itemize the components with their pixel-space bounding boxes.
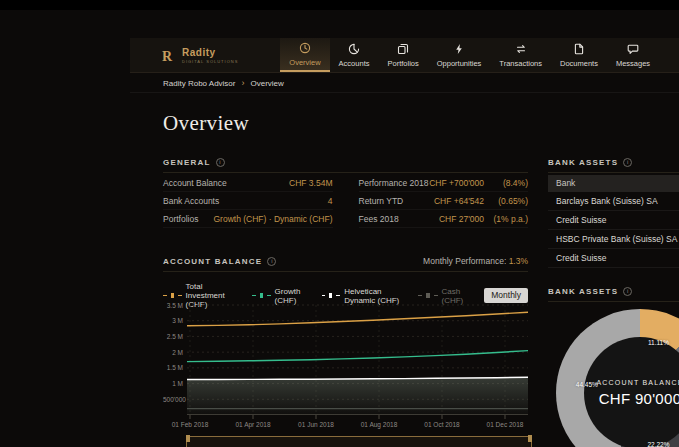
row-value: 4 bbox=[328, 196, 333, 206]
chevron-right-icon: › bbox=[241, 78, 244, 88]
y-axis-tick-label: 2.5 M bbox=[163, 333, 183, 340]
bank-row[interactable]: Credit Suisse bbox=[548, 211, 679, 230]
row-percentage: (0.65%) bbox=[484, 196, 528, 206]
tab-label: Transactions bbox=[499, 59, 542, 68]
tab-label: Overview bbox=[289, 58, 320, 67]
info-icon[interactable]: i bbox=[216, 158, 225, 167]
tab-documents[interactable]: Documents bbox=[551, 38, 607, 72]
donut-center-label: ACCOUNT BALANCE bbox=[596, 379, 679, 386]
x-axis-tick-label: 01 Dec 2018 bbox=[487, 421, 524, 428]
bank-column-header: Bank bbox=[548, 175, 679, 192]
chat-bubble-icon bbox=[627, 43, 639, 55]
breadcrumb-parent[interactable]: Radity Robo Advisor bbox=[163, 79, 235, 88]
legend-line bbox=[418, 295, 422, 296]
legend-marker bbox=[260, 293, 263, 298]
legend-line bbox=[267, 295, 271, 296]
logo-name: Radity bbox=[182, 47, 238, 58]
line-chart-plot[interactable] bbox=[187, 300, 528, 422]
row-value: CHF 27'000 bbox=[439, 214, 484, 224]
general-panel: GENERAL i Account Balance CHF 3.54M Bank… bbox=[163, 158, 528, 228]
x-axis-tick-label: 01 Feb 2018 bbox=[172, 421, 209, 428]
svg-text:R: R bbox=[162, 49, 173, 64]
general-row: Portfolios Growth (CHF) · Dynamic (CHF) bbox=[163, 210, 333, 228]
tab-label: Portfolios bbox=[387, 59, 418, 68]
y-axis-tick-label: 2 M bbox=[163, 349, 183, 356]
tab-opportunities[interactable]: Opportunities bbox=[428, 38, 491, 72]
info-icon[interactable]: i bbox=[623, 287, 632, 296]
row-value: CHF +64'542 bbox=[434, 196, 484, 206]
general-row: Return YTD CHF +64'542 (0.65%) bbox=[359, 192, 529, 210]
bank-row[interactable]: Credit Suisse bbox=[548, 249, 679, 268]
divider bbox=[548, 301, 679, 302]
bank-assets-chart-panel: BANK ASSETS i bbox=[548, 287, 679, 302]
pie-slice-label: 11.11% bbox=[648, 339, 669, 346]
monthly-performance-value: 1.3% bbox=[509, 256, 528, 266]
top-navbar: R Radity DIGITAL SOLUTIONS Overview Acco… bbox=[130, 38, 679, 73]
account-balance-title: ACCOUNT BALANCE bbox=[163, 257, 262, 266]
bank-assets-title: BANK ASSETS bbox=[548, 158, 618, 167]
file-icon bbox=[573, 43, 585, 55]
tab-label: Documents bbox=[560, 59, 598, 68]
y-axis-tick-label: 3.5 M bbox=[163, 302, 183, 309]
legend-line bbox=[434, 295, 438, 296]
brush-handle-right[interactable] bbox=[528, 435, 532, 442]
row-label: Bank Accounts bbox=[163, 196, 328, 206]
legend-marker bbox=[171, 293, 174, 298]
legend-line bbox=[178, 295, 182, 296]
row-percentage: (8.4%) bbox=[484, 178, 528, 188]
y-axis-tick-label: 3 M bbox=[163, 317, 183, 324]
nav-tabs: Overview Accounts Portfolios Opportuniti… bbox=[280, 38, 659, 72]
bank-assets-donut-chart[interactable]: ACCOUNT BALANCE CHF 90'000 11.11%22.22%2… bbox=[556, 309, 679, 447]
info-icon[interactable]: i bbox=[623, 158, 632, 167]
row-value: CHF +700'000 bbox=[429, 178, 484, 188]
monthly-performance: Monthly Performance: 1.3% bbox=[423, 256, 528, 266]
logo-tagline: DIGITAL SOLUTIONS bbox=[182, 59, 238, 64]
tab-portfolios[interactable]: Portfolios bbox=[378, 38, 427, 72]
app-logo[interactable]: R Radity DIGITAL SOLUTIONS bbox=[130, 38, 238, 72]
divider bbox=[548, 172, 679, 173]
row-label: Fees 2018 bbox=[359, 214, 439, 224]
bank-assets-list-panel: BANK ASSETS i Bank Barclays Bank (Suisse… bbox=[548, 158, 679, 268]
legend-marker bbox=[329, 293, 332, 298]
bank-row[interactable]: HSBC Private Bank (Suisse) SA bbox=[548, 230, 679, 249]
lightning-bolt-icon bbox=[453, 43, 465, 55]
info-icon[interactable]: i bbox=[267, 257, 276, 266]
pie-slice-label: 44.45% bbox=[576, 380, 598, 387]
pie-slice-label: 22.22% bbox=[647, 440, 669, 447]
divider bbox=[163, 271, 528, 272]
top-black-strip bbox=[0, 0, 679, 10]
legend-line bbox=[252, 295, 256, 296]
tab-transactions[interactable]: Transactions bbox=[490, 38, 551, 72]
legend-line bbox=[322, 295, 326, 296]
general-row: Performance 2018 CHF +700'000 (8.4%) bbox=[359, 174, 529, 192]
copy-icon bbox=[397, 43, 409, 55]
general-row: Bank Accounts 4 bbox=[163, 192, 333, 210]
row-value: CHF 3.54M bbox=[289, 178, 332, 188]
tab-overview[interactable]: Overview bbox=[280, 38, 329, 72]
clock-icon bbox=[299, 42, 311, 54]
row-label: Account Balance bbox=[163, 178, 289, 188]
row-label: Return YTD bbox=[359, 196, 434, 206]
row-value: Growth (CHF) · Dynamic (CHF) bbox=[214, 214, 333, 224]
y-axis-tick-label: 1 M bbox=[163, 380, 183, 387]
tab-messages[interactable]: Messages bbox=[607, 38, 659, 72]
radity-logo-icon: R bbox=[160, 47, 176, 63]
chart-range-brush[interactable] bbox=[186, 436, 532, 447]
row-label: Portfolios bbox=[163, 214, 214, 224]
x-axis-tick-label: 01 Oct 2018 bbox=[424, 421, 459, 428]
y-axis-tick-label: 1.5 M bbox=[163, 364, 183, 371]
tab-label: Messages bbox=[616, 59, 650, 68]
tab-label: Accounts bbox=[339, 59, 370, 68]
bank-row[interactable]: Barclays Bank (Suisse) SA bbox=[548, 192, 679, 211]
y-axis-tick-label: 500'000 bbox=[163, 396, 183, 403]
donut-center-value: CHF 90'000 bbox=[599, 390, 679, 407]
general-title: GENERAL bbox=[163, 158, 211, 167]
brush-handle-left[interactable] bbox=[186, 435, 190, 442]
tab-label: Opportunities bbox=[437, 59, 482, 68]
row-percentage: (1% p.a.) bbox=[484, 214, 528, 224]
account-balance-chart[interactable]: 3.5 M3 M2.5 M2 M1.5 M1 M500'00001 Feb 20… bbox=[163, 300, 533, 447]
tab-accounts[interactable]: Accounts bbox=[330, 38, 379, 72]
breadcrumb-current: Overview bbox=[250, 79, 283, 88]
legend-line bbox=[163, 295, 167, 296]
swap-arrows-icon bbox=[515, 43, 527, 55]
